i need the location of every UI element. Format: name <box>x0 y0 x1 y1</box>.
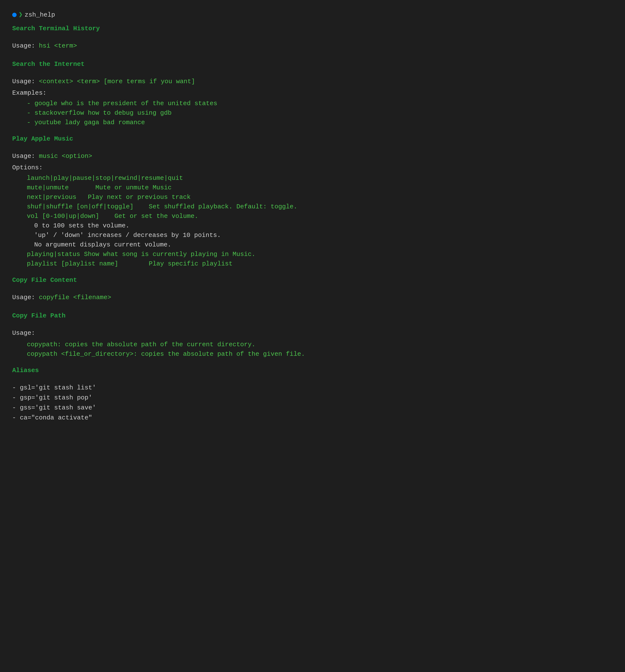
usage-label: Usage: <box>12 152 39 160</box>
prompt-text: zsh_help <box>25 10 55 20</box>
prompt-line: ❯ zsh_help <box>12 10 613 20</box>
blank <box>12 378 613 383</box>
blank <box>12 359 613 364</box>
vol-desc-1: 0 to 100 sets the volume. <box>12 221 613 231</box>
blank <box>12 127 613 132</box>
blank <box>12 53 613 57</box>
blank <box>12 269 613 273</box>
section-header-aliases: Aliases <box>12 366 613 375</box>
example-google: - google who is the president of the uni… <box>12 99 613 109</box>
alias-ca: - ca="conda activate" <box>12 413 613 423</box>
vol-desc-2: 'up' / 'down' increases / decreases by 1… <box>12 231 613 240</box>
usage-line-music: Usage: music <option> <box>12 151 613 161</box>
example-stackoverflow: - stackoverflow how to debug using gdb <box>12 109 613 118</box>
usage-label-copypath: Usage: <box>12 329 613 338</box>
section-header-copypath: Copy File Path <box>12 311 613 321</box>
section-header-search-internet: Search the Internet <box>12 59 613 69</box>
section-copy-file-path: Copy File Path Usage: copypath: copies t… <box>12 311 613 364</box>
option-playing: playing|status Show what song is current… <box>12 249 613 259</box>
usage-code-copyfile: copyfile <filename> <box>39 294 111 301</box>
alias-gsp: - gsp='git stash pop' <box>12 393 613 403</box>
blank <box>12 72 613 77</box>
blank <box>12 147 613 151</box>
usage-line-copyfile: Usage: copyfile <filename> <box>12 293 613 302</box>
usage-line-hsi: Usage: hsi <term> <box>12 41 613 51</box>
alias-gsl: - gsl='git stash list' <box>12 383 613 392</box>
usage-label: Usage: <box>12 294 39 301</box>
blank <box>12 288 613 293</box>
section-header-search-terminal: Search Terminal History <box>12 24 613 33</box>
usage-code-hsi: hsi <term> <box>39 42 77 50</box>
section-header-copyfile: Copy File Content <box>12 275 613 285</box>
section-search-terminal: Search Terminal History Usage: hsi <term… <box>12 24 613 57</box>
copypath-code-2: copypath <file_or_directory>: <box>27 351 137 358</box>
alias-gss: - gss='git stash save' <box>12 403 613 413</box>
examples-label: Examples: <box>12 88 613 98</box>
usage-label: Usage: <box>12 78 39 85</box>
blank <box>12 323 613 329</box>
vol-desc-3: No argument displays current volume. <box>12 240 613 249</box>
option-mute: mute|unmute Mute or unmute Music <box>12 183 613 193</box>
options-label: Options: <box>12 163 613 172</box>
copypath-desc-1: copypath: copies the absolute path of th… <box>12 340 613 350</box>
blank <box>12 37 613 41</box>
copypath-desc-2: copypath <file_or_directory>: copies the… <box>12 350 613 359</box>
section-aliases: Aliases - gsl='git stash list' - gsp='gi… <box>12 366 613 423</box>
terminal-window: ❯ zsh_help Search Terminal History Usage… <box>12 10 613 672</box>
example-youtube: - youtube lady gaga bad romance <box>12 118 613 127</box>
option-vol: vol [0-100|up|down] Get or set the volum… <box>12 212 613 221</box>
section-play-apple-music: Play Apple Music Usage: music <option> O… <box>12 134 613 273</box>
usage-code-search: <context> <term> [more terms if you want… <box>39 78 195 85</box>
copypath-code-1: copypath: <box>27 341 61 348</box>
option-launch-group: launch|play|pause|stop|rewind|resume|qui… <box>12 173 613 183</box>
option-playlist: playlist [playlist name] Play specific p… <box>12 259 613 269</box>
usage-code-music: music <option> <box>39 152 92 160</box>
usage-label: Usage: <box>12 42 39 50</box>
section-search-internet: Search the Internet Usage: <context> <te… <box>12 59 613 132</box>
section-copy-file-content: Copy File Content Usage: copyfile <filen… <box>12 275 613 309</box>
chevron-icon: ❯ <box>19 10 23 20</box>
option-next: next|previous Play next or previous trac… <box>12 193 613 202</box>
option-shuffle: shuf|shuffle [on|off|toggle] Set shuffle… <box>12 202 613 212</box>
section-header-music: Play Apple Music <box>12 134 613 144</box>
blank <box>12 304 613 309</box>
usage-line-search: Usage: <context> <term> [more terms if y… <box>12 77 613 87</box>
dot-indicator <box>12 13 17 17</box>
